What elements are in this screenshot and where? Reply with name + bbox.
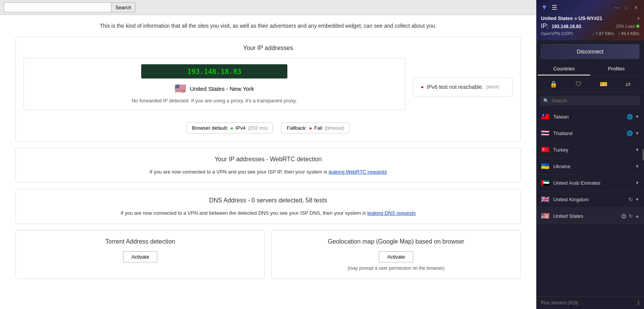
taiwan-chevron-down-icon: ▼ [635, 114, 639, 119]
us-flag-icon: 🇺🇸 [175, 83, 186, 94]
ipv6-box: ● IPv6 test not reachable. (error) [413, 77, 513, 97]
protocol-text: OpenVPN (UDP) [541, 31, 573, 36]
list-item[interactable]: 🇹🇼 Taiwan 🌐 ▼ [536, 109, 644, 125]
browser-default-ms: (202 ms) [248, 125, 267, 131]
window-controls: — □ ✕ [613, 4, 639, 11]
connection-info: United States » US-NY#21 › IP: 193.148.1… [541, 15, 639, 36]
list-item[interactable]: 🇹🇭 Thailand 🌐 ▼ [536, 125, 644, 142]
hamburger-button[interactable]: ☰ [551, 3, 558, 12]
turkey-icons: ▼ [635, 147, 639, 152]
disconnect-button[interactable]: Disconnect [541, 44, 639, 59]
ipv6-error-text: (error) [486, 84, 499, 90]
close-button[interactable]: ✕ [632, 4, 639, 11]
scrollbar-indicator [642, 149, 644, 160]
dns-card-title: DNS Address - 0 servers detected, 58 tes… [23, 197, 513, 204]
ukraine-flag-icon: 🇺🇦 [541, 162, 550, 170]
ip-info-row: 193.148.18.83 🇺🇸 United States - New Yor… [23, 58, 513, 116]
uk-label: United Kingdom [553, 197, 626, 202]
fallback-status: Fail [314, 125, 322, 131]
location-text: United States - New York [190, 85, 254, 92]
thailand-icons: 🌐 ▼ [627, 130, 639, 136]
protocol-row: OpenVPN (UDP) ↓ 7.87 KB/s ↑ 49.4 KB/s [541, 31, 639, 36]
thailand-globe-icon: 🌐 [627, 130, 633, 136]
list-item[interactable]: 🇦🇪 United Arab Emirates ▼ [536, 175, 644, 191]
thailand-label: Thailand [553, 130, 624, 136]
browser-area: Search This is the kind of information t… [0, 0, 536, 309]
us-refresh-icon: ↻ [629, 213, 633, 219]
thailand-chevron-down-icon: ▼ [635, 131, 639, 135]
browser-default-label: Browser default: [192, 125, 228, 131]
vpn-sidebar: ▼ ☰ — □ ✕ United States » US-NY#21 › IP:… [536, 0, 644, 309]
ip-row: IP: 193.148.18.83 23% Load [541, 23, 639, 30]
tabs-row: Countries Profiles [538, 63, 642, 76]
us-power-icon: ⏻ [621, 213, 626, 219]
plus-servers-text: Plus servers (419) [541, 300, 578, 306]
ukraine-icons: ▼ [635, 164, 639, 169]
sidebar-titlebar-left: ▼ ☰ [541, 3, 558, 12]
list-item[interactable]: 🇬🇧 United Kingdom ↻ ▼ [536, 191, 644, 208]
list-item[interactable]: 🇺🇦 Ukraine ▼ [536, 158, 644, 175]
card-icon-button[interactable]: 🎫 [597, 79, 610, 89]
load-green-dot [636, 25, 639, 28]
geolocation-note: (may prompt a user permission on the bro… [279, 266, 513, 271]
vpn-search-input[interactable] [551, 98, 637, 104]
ip-card-title: Your IP addresses [23, 45, 513, 52]
thailand-flag-icon: 🇹🇭 [541, 129, 550, 137]
no-forward-text: No forwarded IP detected. If you are usi… [132, 98, 297, 104]
ip-location: 🇺🇸 United States - New York [175, 83, 254, 94]
fallback-label: Fallback: [287, 125, 307, 131]
browser-default-protocol: IPv4 [235, 125, 245, 131]
expand-connection-button[interactable]: › [637, 15, 639, 21]
load-badge: 23% Load [616, 24, 639, 28]
page-content: This is the kind of information that all… [0, 15, 536, 309]
taiwan-globe-icon: 🌐 [627, 114, 633, 120]
webrtc-leak-link[interactable]: leaking WebRTC requests [329, 169, 387, 175]
taiwan-icons: 🌐 ▼ [627, 114, 639, 120]
torrent-activate-button[interactable]: Activate [123, 251, 157, 262]
ip-main-section: 193.148.18.83 🇺🇸 United States - New Yor… [23, 58, 405, 116]
dns-description: If you are now connected to a VPN and be… [23, 210, 513, 216]
dns-leak-link[interactable]: leaking DNS requests [367, 210, 416, 216]
dns-card: DNS Address - 0 servers detected, 58 tes… [15, 189, 521, 224]
ukraine-label: Ukraine [553, 164, 632, 169]
uk-icons: ↻ ▼ [629, 197, 639, 202]
fallback-red-dot: ● [309, 125, 312, 131]
webrtc-card: Your IP addresses - WebRTC detection If … [15, 148, 521, 183]
sidebar-footer: Plus servers (419) ℹ [536, 296, 644, 309]
fallback-timeout: (timeout) [325, 125, 344, 131]
sidebar-header: ▼ ☰ — □ ✕ United States » US-NY#21 › IP:… [536, 0, 644, 40]
list-item[interactable]: 🇺🇸 United States ⏻ ↻ ▲ [536, 208, 644, 224]
search-input[interactable] [4, 2, 112, 12]
browser-default-pill: Browser default: ● IPv4 (202 ms) [186, 122, 274, 134]
ip-label: IP: 193.148.18.83 [541, 23, 581, 30]
tab-profiles[interactable]: Profiles [590, 63, 642, 75]
uk-refresh-icon: ↻ [629, 197, 633, 202]
sidebar-titlebar: ▼ ☰ — □ ✕ [541, 3, 639, 12]
webrtc-card-title: Your IP addresses - WebRTC detection [23, 156, 513, 163]
maximize-button[interactable]: □ [624, 4, 629, 11]
search-button[interactable]: Search [112, 2, 135, 12]
ipv6-status-text: IPv6 test not reachable. [427, 84, 483, 90]
taiwan-flag-icon: 🇹🇼 [541, 112, 550, 121]
tab-countries[interactable]: Countries [538, 63, 590, 75]
uk-flag-icon: 🇬🇧 [541, 195, 550, 204]
ukraine-chevron-down-icon: ▼ [635, 164, 639, 169]
torrent-card-title: Torrent Address detection [23, 238, 257, 245]
upload-speed: ↑ 49.4 KB/s [618, 31, 639, 36]
ip-address-display: 193.148.18.83 [141, 64, 287, 79]
minimize-button[interactable]: — [613, 4, 621, 11]
geolocation-activate-button[interactable]: Activate [379, 251, 413, 262]
geolocation-card-title: Geolocation map (Google Map) based on br… [279, 238, 513, 245]
intro-text: This is the kind of information that all… [15, 23, 521, 29]
layers-icon-button[interactable]: ⇄ [623, 79, 633, 89]
taiwan-label: Taiwan [553, 114, 624, 120]
turkey-label: Turkey [553, 147, 632, 153]
info-icon[interactable]: ℹ [637, 300, 639, 306]
shield-icon-button[interactable]: 🛡 [573, 79, 584, 89]
uae-flag-icon: 🇦🇪 [541, 179, 550, 187]
search-bar-container: Search [4, 2, 135, 12]
country-list: 🇹🇼 Taiwan 🌐 ▼ 🇹🇭 Thailand 🌐 ▼ 🇹🇷 Turkey … [536, 109, 644, 296]
list-item[interactable]: 🇹🇷 Turkey ▼ [536, 142, 644, 158]
ipv6-red-dot: ● [421, 84, 424, 90]
lock-icon-button[interactable]: 🔒 [547, 79, 560, 89]
